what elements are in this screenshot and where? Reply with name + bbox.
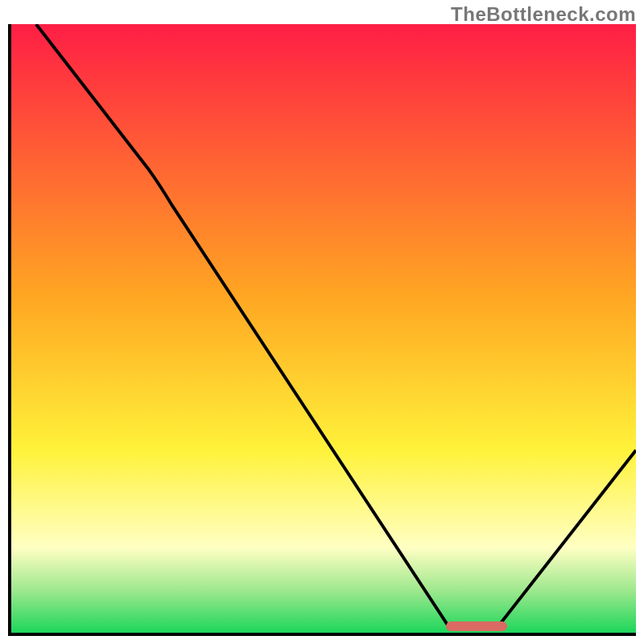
optimal-range-marker [446, 621, 507, 631]
bottleneck-curve [11, 24, 636, 633]
plot-area [8, 24, 636, 636]
chart-stage: TheBottleneck.com [0, 0, 644, 644]
watermark-text: TheBottleneck.com [451, 3, 636, 26]
